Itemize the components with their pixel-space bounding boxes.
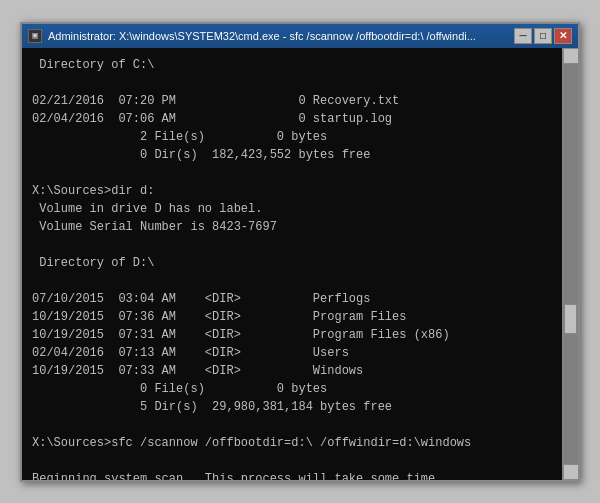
terminal-content: Directory of C:\ 02/21/2016 07:20 PM 0 R… [32,56,568,480]
scrollbar[interactable]: ▲ ▼ [562,48,578,480]
scroll-thumb[interactable] [564,304,577,334]
title-bar-left: ▣ Administrator: X:\windows\SYSTEM32\cmd… [28,29,476,43]
maximize-button[interactable]: □ [534,28,552,44]
window-title: Administrator: X:\windows\SYSTEM32\cmd.e… [48,30,476,42]
scroll-up-button[interactable]: ▲ [563,48,578,64]
cmd-window: ▣ Administrator: X:\windows\SYSTEM32\cmd… [20,22,580,482]
minimize-button[interactable]: ─ [514,28,532,44]
window-controls: ─ □ ✕ [514,28,572,44]
terminal-body[interactable]: Directory of C:\ 02/21/2016 07:20 PM 0 R… [22,48,578,480]
title-bar: ▣ Administrator: X:\windows\SYSTEM32\cmd… [22,24,578,48]
scroll-down-button[interactable]: ▼ [563,464,578,480]
cmd-icon: ▣ [28,29,42,43]
close-button[interactable]: ✕ [554,28,572,44]
scroll-track[interactable] [563,64,578,464]
